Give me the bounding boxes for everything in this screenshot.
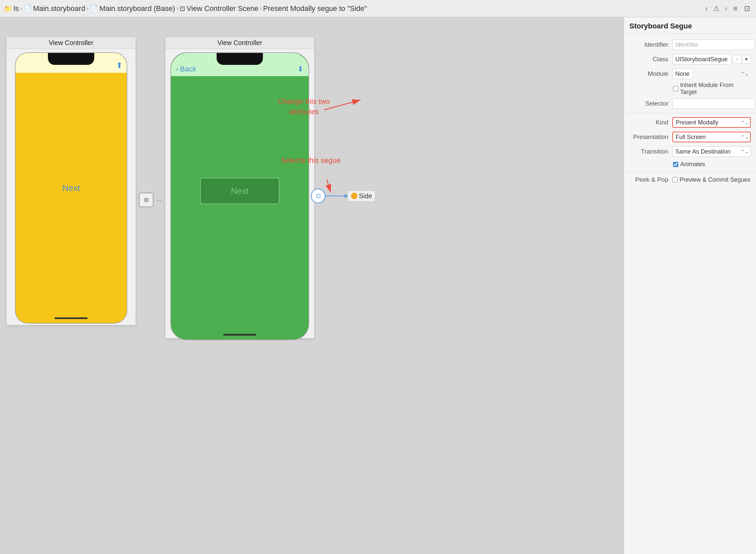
right-panel: Storyboard Segue Identifier Class UIStor… xyxy=(624,17,756,554)
peek-checkbox[interactable] xyxy=(672,177,678,182)
breadcrumb-sep-4: › xyxy=(260,5,262,12)
blue-segue-circle[interactable]: ⊡ xyxy=(311,189,325,203)
module-select[interactable]: None xyxy=(672,68,693,79)
vc-first-phone: ⬆ Next xyxy=(15,52,127,324)
transition-row: Transition Same As Destination Cover Ver… xyxy=(624,144,756,159)
presentation-label: Presentation xyxy=(629,133,672,141)
breadcrumb-main-storyboard: Main.storyboard xyxy=(33,4,85,13)
upload-icon: ⬆ xyxy=(116,61,123,70)
back-label: Back xyxy=(180,65,196,73)
animates-row: Animates xyxy=(624,159,756,170)
phone-notch-2 xyxy=(216,53,263,65)
breadcrumb-ls: ls xyxy=(13,4,19,13)
presentation-select-container: Full Screen Page Sheet Form Sheet Curren… xyxy=(672,132,751,142)
presentation-select[interactable]: Full Screen Page Sheet Form Sheet Curren… xyxy=(672,132,751,142)
vc-second-card: View Controller ‹ Back ⬇ Next xyxy=(165,37,314,338)
module-select-container: None ⌃⌄ xyxy=(672,68,751,79)
kind-select-container: Present Modally Show Show Detail Present… xyxy=(672,117,751,128)
blue-segue-area[interactable]: ⊡ Side xyxy=(311,189,375,203)
identifier-row: Identifier xyxy=(624,38,756,52)
class-down-button[interactable]: ▼ xyxy=(742,55,751,63)
class-row: Class UIStoryboardSegue ↑ ▼ xyxy=(624,52,756,66)
vc-second-phone: ‹ Back ⬇ Next xyxy=(170,52,309,340)
nav-warning-button[interactable]: ⚠ xyxy=(711,3,721,14)
breadcrumb-sep-1: › xyxy=(20,5,22,12)
breadcrumb-vc-scene: View Controller Scene xyxy=(187,4,258,13)
divider-1 xyxy=(624,113,756,113)
home-indicator-2 xyxy=(223,334,256,336)
class-info-button[interactable]: ↑ xyxy=(733,55,742,63)
identifier-input[interactable] xyxy=(672,39,755,50)
side-label: Side xyxy=(359,192,372,200)
class-select[interactable]: UIStoryboardSegue xyxy=(672,54,732,64)
menu-icon-button[interactable]: ≡ xyxy=(731,3,740,14)
breadcrumb-sep-3: › xyxy=(176,5,178,12)
next-button-label: Next xyxy=(231,186,248,196)
vc-first-next-label: Next xyxy=(62,183,80,193)
panel-title: Storyboard Segue xyxy=(624,17,756,34)
module-select-arrow: ⌃⌄ xyxy=(741,71,749,76)
gray-segue-area: ⊞ → xyxy=(139,192,164,207)
inherit-checkbox[interactable] xyxy=(673,86,678,91)
transition-select[interactable]: Same As Destination Cover Vertical Flip … xyxy=(672,146,751,157)
breadcrumb: 📁 ls › 📄 Main.storyboard › 📄 Main.storyb… xyxy=(4,4,367,13)
canvas-area[interactable]: View Controller ⬆ Next ⊞ → View Controll… xyxy=(0,17,624,554)
window-icon-button[interactable]: ⊡ xyxy=(742,3,752,14)
nav-buttons: ‹ ⚠ › xyxy=(703,3,730,14)
peek-preview-label: Preview & Commit Segues xyxy=(680,176,750,183)
back-button-display: ‹ Back xyxy=(176,65,196,73)
next-button-green: Next xyxy=(200,178,279,204)
kind-select[interactable]: Present Modally Show Show Detail Present… xyxy=(672,117,751,128)
selector-input[interactable] xyxy=(672,98,755,109)
download-icon: ⬇ xyxy=(297,65,303,73)
kind-label: Kind xyxy=(629,119,672,126)
phone-notch-1 xyxy=(48,53,94,65)
inherit-label: Inherit Module From Target xyxy=(680,82,751,96)
scene-icon: ⊡ xyxy=(180,5,185,13)
inherit-row: Inherit Module From Target xyxy=(624,81,756,96)
gray-segue-arrow: → xyxy=(155,195,163,205)
segue-box: ⊞ xyxy=(139,192,153,207)
annotation-text-2: Selecte this segue xyxy=(281,156,340,164)
breadcrumb-segue: Present Modally segue to "Side" xyxy=(263,4,367,13)
nav-back-button[interactable]: ‹ xyxy=(703,3,710,14)
divider-2 xyxy=(624,172,756,172)
module-label: Module xyxy=(629,70,672,77)
folder-icon: 📁 xyxy=(4,5,12,13)
kind-row: Kind Present Modally Show Show Detail Pr… xyxy=(624,115,756,130)
breadcrumb-sep-2: › xyxy=(87,5,88,12)
panel-body: Identifier Class UIStoryboardSegue ↑ ▼ xyxy=(624,34,756,554)
identifier-label: Identifier xyxy=(629,41,672,48)
presentation-row: Presentation Full Screen Page Sheet Form… xyxy=(624,130,756,144)
peek-label: Peek & Pop xyxy=(629,176,672,183)
class-label: Class xyxy=(629,56,672,63)
main-content: View Controller ⬆ Next ⊞ → View Controll… xyxy=(0,17,756,554)
animates-checkbox[interactable] xyxy=(673,162,678,167)
annotation-select-segue: Selecte this segue xyxy=(281,156,340,165)
class-field-wrapper: UIStoryboardSegue ↑ ▼ xyxy=(672,54,751,64)
side-badge: Side xyxy=(348,190,375,202)
nav-forward-button[interactable]: › xyxy=(723,3,729,14)
breadcrumb-main-storyboard-base: Main.storyboard (Base) xyxy=(100,4,175,13)
chevron-left-icon: ‹ xyxy=(176,65,179,73)
side-circle-icon xyxy=(351,192,358,199)
selector-row: Selector xyxy=(624,96,756,111)
annotation-change-attributes: Change this two attributes xyxy=(278,97,330,117)
home-indicator-1 xyxy=(55,317,88,319)
animates-label: Animates xyxy=(680,161,705,168)
vc-first-card: View Controller ⬆ Next xyxy=(7,37,136,325)
blue-segue-arrow-line xyxy=(325,196,345,196)
vc-second-title: View Controller xyxy=(165,37,314,49)
toolbar-right-icons: ≡ ⊡ xyxy=(731,3,752,14)
peek-row: Peek & Pop Preview & Commit Segues xyxy=(624,174,756,185)
storyboard-icon-2: 📄 xyxy=(90,5,98,13)
selector-label: Selector xyxy=(629,100,672,107)
module-row: Module None ⌃⌄ xyxy=(624,66,756,81)
class-icons: ↑ ▼ xyxy=(733,55,751,63)
transition-label: Transition xyxy=(629,148,672,155)
annotation-text-1: Change this two attributes xyxy=(278,97,330,116)
storyboard-icon-1: 📄 xyxy=(23,5,32,13)
toolbar: 📁 ls › 📄 Main.storyboard › 📄 Main.storyb… xyxy=(0,0,756,17)
transition-select-container: Same As Destination Cover Vertical Flip … xyxy=(672,146,751,157)
vc-first-title: View Controller xyxy=(7,37,136,49)
